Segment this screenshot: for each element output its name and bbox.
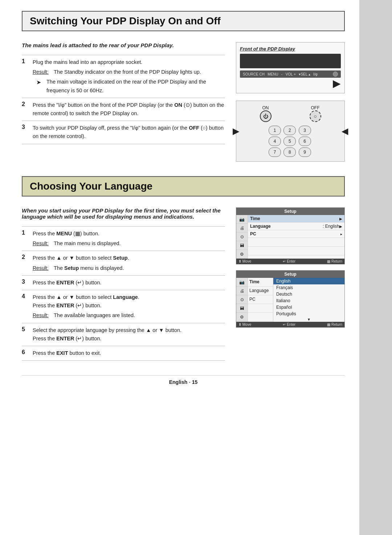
lang-portugues[interactable]: Português — [273, 311, 344, 317]
table-row: 2 Press the "I/φ" button on the front of… — [22, 98, 225, 121]
menu-language-arrow: ▶ — [339, 224, 342, 228]
result-text: The Standby indicator on the front of th… — [54, 68, 201, 76]
section2-two-col: When you start using your PDP Display fo… — [22, 207, 345, 361]
table-row: 4 Press the ▲ or ▼ button to select Lang… — [22, 290, 225, 323]
on-section: ON ⏻ — [260, 105, 271, 122]
section1-title-box: Switching Your PDP Display On and Off — [22, 11, 345, 31]
lang-francais[interactable]: Français — [273, 284, 344, 291]
section1-right-col: Front of the PDP Display SOURCE CH MENU … — [236, 42, 345, 162]
result-text: The available languages are listed. — [54, 311, 135, 320]
on-off-row: ON ⏻ OFF ○ — [241, 105, 340, 122]
front-panel-display — [240, 54, 341, 68]
step-content: Press the ▲ or ▼ button to select Langua… — [33, 290, 225, 323]
lang-espanol[interactable]: Español — [273, 304, 344, 311]
section1-two-col: The mains lead is attached to the rear o… — [22, 42, 345, 162]
table-row: 3 To switch your PDP Display off, press … — [22, 121, 225, 144]
controls-label: SOURCE CH MENU - VOL + ▾SEL ▴ I/φ — [243, 72, 318, 76]
result-label: Result: — [33, 239, 51, 248]
step-content: Plug the mains lead into an appropriate … — [33, 55, 225, 98]
page: Switching Your PDP Display On and Off Th… — [0, 0, 392, 535]
table-row: 3 Press the ENTER (↵) button. — [22, 275, 225, 290]
lang-deutsch[interactable]: Deutsch — [273, 291, 344, 297]
step-num: 4 — [22, 290, 33, 323]
off-button: ○ — [310, 110, 321, 122]
step-num: 1 — [22, 55, 33, 98]
table-row: 5 Select the appropriate language by pre… — [22, 323, 225, 346]
section2-steps-table: 1 Press the MENU (▦) button. Result: The… — [22, 226, 225, 361]
num-btn-8[interactable]: 8 — [283, 147, 296, 157]
off-label: OFF — [310, 105, 321, 110]
setup-menu-1: Setup 📷 🖨 ⊙ 🖬 ⚙ — [236, 207, 345, 264]
menu-pc-label: PC — [250, 231, 340, 236]
section1-intro: The mains lead is attached to the rear o… — [22, 42, 225, 48]
step-content: Press the ▲ or ▼ button to select Setup.… — [33, 251, 225, 275]
right-sidebar — [359, 0, 392, 535]
table-row: 2 Press the ▲ or ▼ button to select Setu… — [22, 251, 225, 275]
lang-italiano[interactable]: Italiano — [273, 297, 344, 304]
menu-row-pc: PC ▸ — [248, 230, 344, 238]
num-btn-4[interactable]: 4 — [269, 137, 281, 146]
menu-time-arrow: ▶ — [339, 217, 342, 221]
menu-row-time: Time ▶ — [248, 215, 344, 223]
footer-enter: ↵ Enter — [283, 259, 295, 263]
num-btn-5[interactable]: 5 — [283, 137, 296, 146]
off-section: OFF ○ — [310, 105, 321, 122]
footer-return2: ▦ Return — [327, 323, 342, 327]
footer-move2: ⬆ Move — [238, 323, 251, 327]
step-content: Press the EXIT button to exit. — [33, 346, 225, 360]
num-grid: 1 2 3 4 5 6 7 8 9 — [269, 126, 312, 157]
arrow-sym: ➤ — [36, 78, 44, 94]
front-panel-title: Front of the PDP Display — [240, 46, 341, 52]
note-text: The main voltage is indicated on the rea… — [46, 78, 225, 94]
step-content: Select the appropriate language by press… — [33, 323, 225, 346]
menu-pc-arrow: ▸ — [340, 232, 342, 236]
step-content: Press the MENU (▦) button. Result: The m… — [33, 227, 225, 251]
step-content: To switch your PDP Display off, press th… — [33, 121, 225, 144]
step-num: 3 — [22, 121, 33, 144]
num-btn-6[interactable]: 6 — [299, 137, 311, 146]
on-button: ⏻ — [260, 110, 271, 122]
num-btn-1[interactable]: 1 — [269, 126, 281, 135]
result-text: The main menu is displayed. — [54, 239, 121, 248]
section2-right-col: Setup 📷 🖨 ⊙ 🖬 ⚙ — [236, 207, 345, 361]
lang-english[interactable]: English — [273, 278, 344, 284]
section2-left-col: When you start using your PDP Display fo… — [22, 207, 225, 361]
section1-title: Switching Your PDP Display On and Off — [30, 15, 337, 27]
step-content: Press the ENTER (↵) button. — [33, 275, 225, 290]
step-num: 2 — [22, 98, 33, 121]
setup-menu-2-footer: ⬆ Move ↵ Enter ▦ Return — [236, 322, 344, 327]
result-label: Result: — [33, 264, 51, 272]
front-panel-controls: SOURCE CH MENU - VOL + ▾SEL ▴ I/φ — [240, 70, 341, 78]
result-label: Result: — [33, 68, 51, 76]
step-content: Press the "I/φ" button on the front of t… — [33, 98, 225, 121]
setup-menu-2-header: Setup — [236, 271, 344, 278]
menu-row-language: Language : English ▶ — [248, 223, 344, 230]
num-btn-2[interactable]: 2 — [283, 126, 296, 135]
result-text: The Setup menu is displayed. — [54, 264, 124, 272]
arrow-pointer: ▶ — [333, 77, 341, 89]
step-num: 6 — [22, 346, 33, 360]
front-panel-diagram: Front of the PDP Display SOURCE CH MENU … — [236, 42, 345, 93]
section2-title-box: Choosing Your Language — [22, 176, 345, 196]
num-btn-7[interactable]: 7 — [269, 147, 281, 157]
menu-row-empty1 — [248, 238, 344, 247]
main-content: Switching Your PDP Display On and Off Th… — [0, 0, 359, 400]
footer-return: ▦ Return — [327, 259, 342, 263]
footer-move: ⬆ Move — [238, 259, 251, 263]
remote-panel: ▶ ON ⏻ OFF ○ 1 2 3 — [236, 101, 345, 162]
num-btn-3[interactable]: 3 — [299, 126, 311, 135]
on-label: ON — [260, 105, 271, 110]
menu-language-label: Language — [250, 224, 323, 229]
num-btn-9[interactable]: 9 — [299, 147, 311, 157]
power-indicator — [333, 72, 338, 77]
section1-left-col: The mains lead is attached to the rear o… — [22, 42, 225, 162]
step-num: 1 — [22, 227, 33, 251]
section2-intro: When you start using your PDP Display fo… — [22, 207, 225, 220]
result-label: Result: — [33, 311, 51, 320]
menu-time-label: Time — [250, 216, 339, 221]
footer-enter2: ↵ Enter — [283, 323, 295, 327]
footer-text: English - 15 — [169, 379, 198, 385]
section2-title: Choosing Your Language — [30, 181, 337, 192]
step-num: 5 — [22, 323, 33, 346]
table-row: 1 Plug the mains lead into an appropriat… — [22, 55, 225, 98]
